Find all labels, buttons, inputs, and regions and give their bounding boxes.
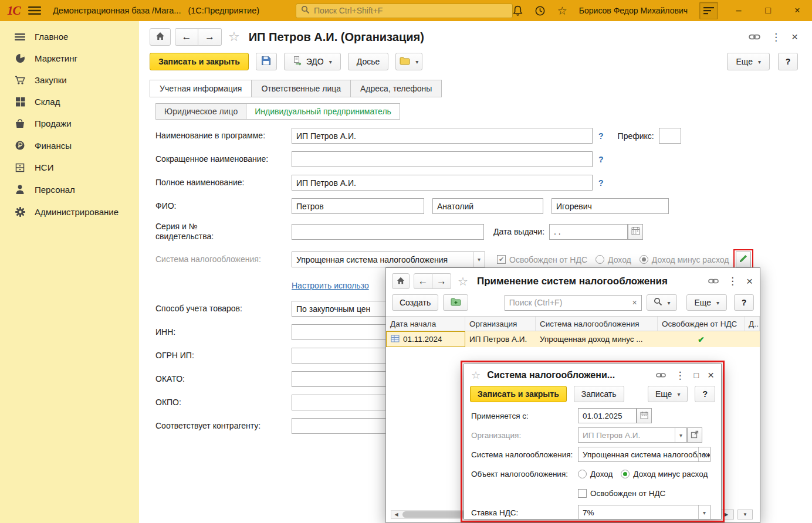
save-and-close-button[interactable]: Записать и закрыть: [470, 386, 567, 402]
column-organization[interactable]: Организация: [465, 317, 536, 331]
window-close-icon[interactable]: ×: [708, 369, 714, 382]
more-button[interactable]: Еще ▾: [686, 294, 727, 311]
save-and-close-button[interactable]: Записать и закрыть: [150, 53, 249, 70]
column-tax-system[interactable]: Система налогообложения: [536, 317, 658, 331]
forward-button[interactable]: →: [198, 28, 222, 46]
clear-search-icon[interactable]: ×: [632, 298, 637, 307]
service-menu-button[interactable]: [699, 2, 718, 19]
more-vert-icon[interactable]: ⋮: [771, 31, 781, 43]
favorite-star-icon[interactable]: ☆: [471, 369, 481, 382]
back-button[interactable]: ←: [414, 273, 432, 289]
table-row[interactable]: 01.11.2024 ИП Петров А.И. Упрощенная дох…: [386, 331, 760, 347]
edit-tax-system-button[interactable]: [736, 252, 751, 267]
create-button[interactable]: Создать: [392, 294, 438, 311]
form-close-icon[interactable]: ×: [791, 30, 798, 43]
sidebar-item-purchases[interactable]: Закупки: [0, 69, 139, 91]
sidebar-item-warehouse[interactable]: Склад: [0, 91, 139, 113]
sidebar-item-sales[interactable]: Продажи: [0, 113, 139, 134]
column-start-date[interactable]: Дата начала: [386, 317, 465, 331]
more-button[interactable]: Еще ▾: [727, 53, 770, 70]
help-link[interactable]: ?: [598, 155, 604, 164]
window-maximize-icon[interactable]: □: [693, 371, 698, 380]
more-vert-icon[interactable]: ⋮: [728, 275, 737, 287]
help-link[interactable]: ?: [598, 131, 604, 141]
favorites-star-icon[interactable]: ☆: [557, 4, 567, 18]
full-name-input[interactable]: ИП Петров А.И.: [292, 175, 593, 191]
sidebar-item-marketing[interactable]: Маркетинг: [0, 47, 139, 69]
get-link-icon[interactable]: [708, 278, 719, 284]
sidebar-item-personnel[interactable]: Персонал: [0, 178, 139, 201]
global-search-input[interactable]: Поиск Ctrl+Shift+F: [296, 4, 513, 18]
list-window-title: Применение систем налогообложения: [477, 276, 668, 287]
vat-exempt-checkbox[interactable]: [578, 489, 587, 498]
scroll-left-icon[interactable]: ◀: [391, 511, 401, 518]
tax-system-label: Система налогообложения:: [471, 450, 578, 459]
applies-from-input[interactable]: 01.01.2025: [578, 408, 637, 423]
program-name-input[interactable]: ИП Петров А.И.: [292, 128, 593, 144]
favorite-star-icon[interactable]: ☆: [228, 29, 240, 45]
history-icon[interactable]: [534, 5, 546, 16]
vat-rate-combo[interactable]: 7% ▾: [578, 505, 710, 519]
prefix-input[interactable]: [659, 128, 681, 144]
current-user-name[interactable]: Борисов Федор Михайлович: [579, 6, 688, 15]
main-menu-icon[interactable]: [26, 2, 43, 19]
cell-tax-system: Упрощенная доход минус ...: [536, 331, 658, 347]
edo-button[interactable]: ЭДО ▾: [284, 53, 341, 70]
help-link[interactable]: ?: [598, 178, 604, 188]
sidebar-item-nsi[interactable]: НСИ: [0, 157, 139, 178]
entity-legal-option[interactable]: Юридическое лицо: [155, 103, 246, 120]
dossier-button[interactable]: Досье: [348, 53, 389, 70]
notifications-bell-icon[interactable]: [513, 5, 523, 16]
get-link-icon[interactable]: [656, 372, 666, 378]
sidebar-item-administration[interactable]: Администрирование: [0, 201, 139, 223]
tab-responsible-persons[interactable]: Ответственные лица: [251, 80, 350, 97]
scroll-down-icon[interactable]: ▼: [737, 510, 753, 519]
save-button[interactable]: Записать: [574, 386, 624, 402]
sidebar-item-main[interactable]: Главное: [0, 26, 139, 47]
income-minus-expense-label: Доход минус расход: [633, 470, 708, 478]
more-button[interactable]: Еще ▾: [648, 386, 688, 402]
tab-addresses-phones[interactable]: Адреса, телефоны: [350, 80, 442, 97]
certificate-input[interactable]: [292, 224, 484, 240]
more-vert-icon[interactable]: ⋮: [675, 369, 685, 382]
back-button[interactable]: ←: [175, 28, 198, 46]
help-button[interactable]: ?: [734, 294, 754, 311]
window-close-icon[interactable]: ×: [746, 275, 753, 288]
home-icon: [397, 277, 405, 286]
issue-date-input[interactable]: . .: [549, 224, 628, 240]
cart-icon: [14, 76, 26, 85]
home-button[interactable]: [150, 28, 171, 46]
help-button[interactable]: ?: [778, 53, 798, 70]
income-minus-expense-radio[interactable]: [621, 470, 630, 478]
forward-button[interactable]: →: [432, 273, 451, 289]
income-label: Доход: [590, 470, 613, 478]
get-link-icon[interactable]: [749, 33, 760, 40]
calendar-button[interactable]: [637, 408, 652, 423]
window-minimize-button[interactable]: –: [730, 2, 747, 19]
middle-name-input[interactable]: Игоревич: [552, 198, 669, 214]
list-search-input[interactable]: Поиск (Ctrl+F) ×: [505, 295, 642, 311]
create-group-button[interactable]: [443, 294, 468, 311]
column-vat-exempt[interactable]: Освобожден от НДС: [658, 317, 745, 331]
first-name-input[interactable]: Анатолий: [432, 198, 543, 214]
tax-system-combo[interactable]: Упрощенная система налогообложения ▾: [578, 447, 710, 462]
calendar-button[interactable]: [628, 224, 643, 240]
short-name-input[interactable]: [292, 151, 593, 167]
attached-files-button[interactable]: ▾: [395, 53, 422, 70]
tab-accounting-info[interactable]: Учетная информация: [150, 80, 251, 97]
sidebar-item-finance[interactable]: Финансы: [0, 134, 139, 157]
column-truncated[interactable]: Д...: [745, 317, 760, 331]
favorite-star-icon[interactable]: ☆: [458, 274, 468, 288]
income-minus-expense-label: Доход минус расход: [652, 255, 729, 264]
open-organization-button[interactable]: [687, 427, 702, 443]
save-button[interactable]: [256, 53, 277, 70]
setup-tax-usage-link[interactable]: Настроить использо: [292, 281, 369, 290]
search-options-button[interactable]: ▾: [647, 294, 678, 311]
home-button[interactable]: [392, 273, 410, 289]
last-name-input[interactable]: Петров: [292, 198, 424, 214]
income-radio[interactable]: [578, 470, 587, 478]
entity-individual-option[interactable]: Индивидуальный предприниматель: [246, 103, 400, 120]
window-maximize-button[interactable]: □: [759, 2, 777, 19]
window-close-button[interactable]: ×: [789, 2, 806, 19]
help-button[interactable]: ?: [695, 386, 715, 402]
